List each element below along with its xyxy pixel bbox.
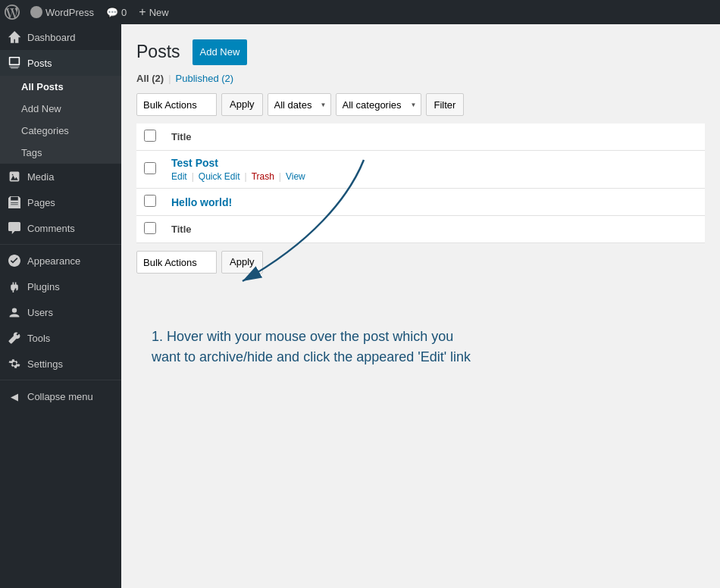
site-icon bbox=[30, 6, 42, 18]
sidebar: Dashboard Posts All Posts Add New Catego… bbox=[0, 24, 121, 588]
sidebar-item-comments-label: Comments bbox=[27, 223, 75, 234]
sidebar-item-settings-label: Settings bbox=[27, 358, 63, 370]
sidebar-item-dashboard-label: Dashboard bbox=[27, 32, 76, 43]
posts-header: Posts Add New bbox=[136, 39, 705, 65]
row-checkbox-1[interactable] bbox=[144, 162, 156, 174]
adminbar-site[interactable]: WordPress bbox=[24, 0, 100, 24]
sidebar-item-all-posts[interactable]: All Posts bbox=[0, 76, 121, 98]
add-new-button[interactable]: Add New bbox=[193, 39, 248, 65]
sidebar-item-pages[interactable]: Pages bbox=[0, 189, 121, 215]
sidebar-divider-1 bbox=[0, 244, 121, 245]
media-icon bbox=[8, 170, 21, 183]
sidebar-item-settings[interactable]: Settings bbox=[0, 351, 121, 377]
comment-icon: 💬 bbox=[106, 7, 118, 18]
posts-icon bbox=[8, 56, 21, 70]
posts-submenu: All Posts Add New Categories Tags bbox=[0, 76, 121, 164]
sidebar-item-posts[interactable]: Posts bbox=[0, 50, 121, 76]
collapse-label: Collapse menu bbox=[27, 391, 93, 402]
sidebar-item-tools-label: Tools bbox=[27, 333, 50, 344]
sidebar-item-tools[interactable]: Tools bbox=[0, 325, 121, 351]
plugins-icon bbox=[8, 280, 21, 293]
date-select[interactable]: All dates bbox=[268, 93, 331, 116]
sidebar-divider-2 bbox=[0, 380, 121, 380]
pages-icon bbox=[8, 195, 21, 209]
edit-link-1[interactable]: Edit bbox=[171, 171, 187, 182]
plus-icon: + bbox=[139, 5, 146, 19]
sidebar-item-media[interactable]: Media bbox=[0, 164, 121, 189]
sidebar-item-appearance[interactable]: Appearance bbox=[0, 248, 121, 274]
new-label: New bbox=[149, 7, 169, 18]
cat-select-wrap: All categories bbox=[336, 93, 421, 116]
sidebar-item-pages-label: Pages bbox=[27, 197, 55, 208]
filter-button[interactable]: Filter bbox=[426, 93, 465, 116]
sep-1a: | bbox=[192, 171, 194, 182]
main-content: Posts Add New All (2) | Published (2) Bu… bbox=[121, 24, 720, 588]
table-header-row: Title bbox=[136, 124, 705, 151]
title-column-header: Title bbox=[164, 124, 705, 151]
annotation-arrow-svg bbox=[197, 152, 424, 304]
select-all-header bbox=[136, 124, 164, 151]
bulk-actions-select[interactable]: Bulk Actions bbox=[136, 93, 217, 116]
annotation-text: 1. Hover with your mouse over the post w… bbox=[152, 327, 485, 368]
filter-link-published[interactable]: Published (2) bbox=[176, 73, 234, 84]
select-all-footer bbox=[136, 216, 164, 243]
sidebar-item-categories[interactable]: Categories bbox=[0, 120, 121, 142]
sidebar-item-plugins[interactable]: Plugins bbox=[0, 274, 121, 299]
row-checkbox-2[interactable] bbox=[144, 195, 156, 207]
collapse-icon: ◀ bbox=[8, 389, 21, 403]
top-toolbar: Bulk Actions Apply All dates All categor… bbox=[136, 93, 705, 116]
row-checkbox-cell bbox=[136, 151, 164, 189]
sidebar-item-media-label: Media bbox=[27, 171, 54, 183]
sidebar-item-posts-label: Posts bbox=[27, 58, 52, 69]
select-all-checkbox[interactable] bbox=[144, 130, 156, 142]
sidebar-item-appearance-label: Appearance bbox=[27, 255, 80, 267]
wordpress-logo[interactable] bbox=[0, 0, 24, 24]
sidebar-item-users[interactable]: Users bbox=[0, 299, 121, 325]
sidebar-item-add-new[interactable]: Add New bbox=[0, 98, 121, 120]
filter-link-all[interactable]: All (2) bbox=[136, 73, 164, 84]
bulk-select-wrap: Bulk Actions bbox=[136, 93, 217, 116]
select-all-footer-checkbox[interactable] bbox=[144, 222, 156, 234]
admin-bar: WordPress 💬 0 + New bbox=[0, 0, 720, 24]
content-area: Posts Add New All (2) | Published (2) Bu… bbox=[121, 24, 720, 588]
annotation-area: 1. Hover with your mouse over the post w… bbox=[136, 274, 705, 440]
filter-links: All (2) | Published (2) bbox=[136, 73, 705, 84]
sidebar-item-tags[interactable]: Tags bbox=[0, 142, 121, 164]
category-select[interactable]: All categories bbox=[336, 93, 421, 116]
appearance-icon bbox=[8, 254, 21, 267]
sidebar-item-comments[interactable]: Comments bbox=[0, 215, 121, 241]
sidebar-item-dashboard[interactable]: Dashboard bbox=[0, 24, 121, 50]
adminbar-comments[interactable]: 💬 0 bbox=[100, 0, 133, 24]
sidebar-item-plugins-label: Plugins bbox=[27, 281, 60, 292]
site-name: WordPress bbox=[45, 7, 94, 18]
settings-icon bbox=[8, 357, 21, 371]
row-checkbox-cell-2 bbox=[136, 189, 164, 216]
apply-button-top[interactable]: Apply bbox=[221, 93, 263, 116]
date-select-wrap: All dates bbox=[268, 93, 331, 116]
tools-icon bbox=[8, 331, 21, 345]
page-title: Posts bbox=[136, 41, 180, 64]
sidebar-item-users-label: Users bbox=[27, 307, 53, 318]
filter-sep-1: | bbox=[168, 73, 171, 84]
notifications-count: 0 bbox=[121, 7, 127, 18]
comments-icon bbox=[8, 221, 21, 235]
adminbar-new[interactable]: + New bbox=[133, 0, 174, 24]
sidebar-collapse-menu[interactable]: ◀ Collapse menu bbox=[0, 383, 121, 409]
users-icon bbox=[8, 305, 21, 319]
dashboard-icon bbox=[8, 30, 21, 44]
